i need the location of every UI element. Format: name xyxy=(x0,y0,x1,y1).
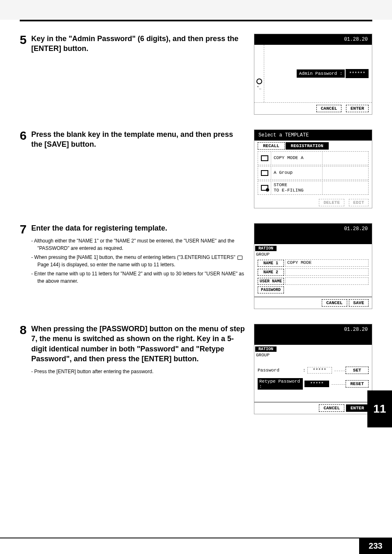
template-icon xyxy=(261,170,268,176)
step8-bullet-1: Press the [ENTER] button after entering … xyxy=(31,368,246,375)
name2-field[interactable] xyxy=(285,268,369,276)
cancel-button[interactable]: CANCEL xyxy=(316,105,342,112)
template-row-1[interactable]: COPY MODE A xyxy=(258,151,369,165)
screen6-footer: DELETE EDIT xyxy=(254,197,372,208)
screen7-timestamp: 01.28.20 xyxy=(254,224,372,244)
screen-template-menu: Select a TEMPLATE RECALL REGISTRATION CO… xyxy=(254,129,372,208)
step-number-7: 7 xyxy=(20,223,31,235)
group-label: GROUP xyxy=(254,251,372,258)
username-field[interactable] xyxy=(285,277,369,285)
chapter-tab: 11 xyxy=(367,390,392,427)
screen-password-set: 01.28.20 RATION GROUP Password : ***** S… xyxy=(254,324,372,414)
tab-ration[interactable]: RATION xyxy=(255,346,277,352)
name1-button[interactable]: NAME 1 xyxy=(258,260,284,267)
status-text: *_ xyxy=(257,86,261,90)
screen-registration: 01.28.20 RATION GROUP NAME 1 COPY MODE N… xyxy=(254,223,372,309)
screen8-footer: CANCEL ENTER xyxy=(254,402,372,414)
screen5-footer: CANCEL ENTER xyxy=(254,102,372,114)
set-button[interactable]: SET xyxy=(346,367,369,374)
delete-button[interactable]: DELETE xyxy=(319,199,344,206)
screen7-footer: CANCEL SAVE xyxy=(254,297,372,309)
retype-password-label: Retype Password : xyxy=(258,378,303,390)
step7-bullet-2: When pressing the [NAME 1] button, the m… xyxy=(31,254,246,268)
step-number-6: 6 xyxy=(20,129,31,142)
cancel-button[interactable]: CANCEL xyxy=(319,404,344,412)
tab-registration[interactable]: REGISTRATION xyxy=(286,142,329,150)
enter-button[interactable]: ENTER xyxy=(346,404,369,412)
template-label-1: COPY MODE A xyxy=(271,152,323,165)
template-icon xyxy=(261,185,268,191)
step-title-8: When pressing the [PASSWORD] button on t… xyxy=(31,324,246,364)
step-title-6: Press the blank key in the template menu… xyxy=(31,129,246,150)
enter-button[interactable]: ENTER xyxy=(346,105,369,112)
admin-password-field[interactable]: ****** xyxy=(346,69,369,78)
screen6-header: Select a TEMPLATE xyxy=(254,130,372,141)
template-row-3[interactable]: STORE TO E-FILING xyxy=(258,181,369,195)
group-label: GROUP xyxy=(254,352,372,358)
screen5-timestamp: 01.28.20 xyxy=(254,34,372,45)
separator: : xyxy=(303,368,306,373)
password-label: Password xyxy=(258,368,303,373)
page-number: 233 xyxy=(359,538,392,554)
cancel-button[interactable]: CANCEL xyxy=(322,299,347,307)
template-label-2: A Group xyxy=(271,166,323,180)
admin-password-label: Admin Password : xyxy=(297,69,345,78)
name1-field[interactable]: COPY MODE xyxy=(285,259,369,267)
step-number-8: 8 xyxy=(20,324,31,336)
template-icon xyxy=(261,155,268,161)
retype-password-field[interactable]: ***** xyxy=(304,381,329,387)
template-row-2[interactable]: A Group xyxy=(258,166,369,180)
save-button[interactable]: SAVE xyxy=(349,299,369,307)
step-title-5: Key in the "Admin Password" (6 digits), … xyxy=(31,34,246,54)
book-icon xyxy=(238,256,242,260)
screen8-timestamp: 01.28.20 xyxy=(254,324,372,345)
screen-admin-password: 01.28.20 *_ Admin Password : ****** CANC… xyxy=(254,34,372,115)
step-title-7: Enter the data for registering template. xyxy=(31,223,246,233)
status-icon xyxy=(256,78,262,84)
reset-button[interactable]: RESET xyxy=(346,380,369,388)
tab-recall[interactable]: RECALL xyxy=(258,142,285,150)
tab-ration[interactable]: RATION xyxy=(255,246,277,251)
password-button[interactable]: PASSWORD xyxy=(258,286,284,293)
username-button[interactable]: USER NAME xyxy=(258,278,284,285)
step-number-5: 5 xyxy=(20,34,31,46)
password-field[interactable]: ***** xyxy=(307,367,332,374)
step7-bullet-3: Enter the name with up to 11 letters for… xyxy=(31,270,246,285)
template-label-3: STORE TO E-FILING xyxy=(271,181,323,194)
name2-button[interactable]: NAME 2 xyxy=(258,269,284,276)
edit-button[interactable]: EDIT xyxy=(349,199,369,206)
step7-bullet-1: Although either the "NAME 1" or the "NAM… xyxy=(31,237,246,252)
